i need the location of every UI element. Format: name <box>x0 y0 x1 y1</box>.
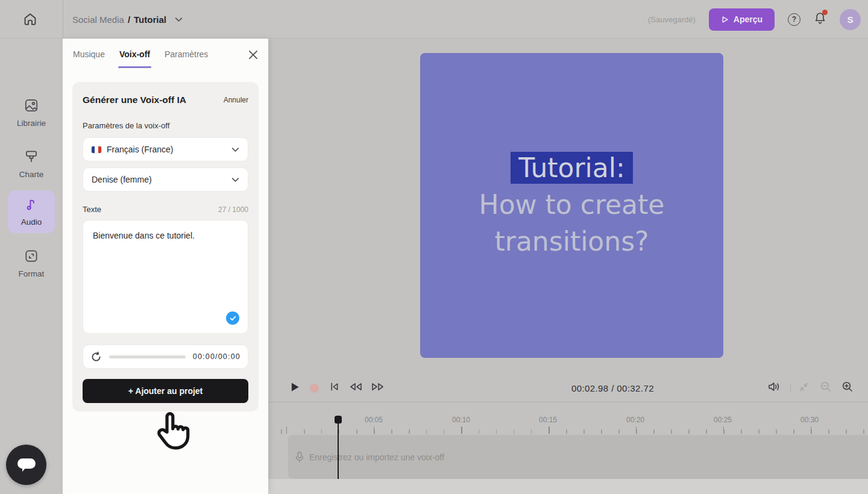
chevron-down-icon <box>231 147 239 152</box>
slide-line2: How to create <box>420 186 723 223</box>
paint-roller-icon <box>24 149 39 167</box>
sidebar-item-format[interactable]: Format <box>0 248 63 278</box>
record-button[interactable] <box>310 374 319 402</box>
breadcrumb-project: Social Media <box>72 14 124 25</box>
ruler-label: 00:20 <box>626 416 644 424</box>
cancel-link[interactable]: Annuler <box>224 96 248 104</box>
close-icon[interactable] <box>247 49 259 61</box>
sidebar: Librairie Charte Audio Format <box>0 39 63 494</box>
fast-forward-icon <box>371 382 385 394</box>
avatar[interactable]: S <box>840 9 861 30</box>
saved-status: (Sauvegardé) <box>648 15 696 24</box>
breadcrumb-separator: / <box>128 14 130 25</box>
chat-bubble-icon <box>16 456 37 474</box>
topbar-actions: (Sauvegardé) Aperçu ? S <box>648 0 861 39</box>
video-canvas-slide[interactable]: Tutorial: How to create transitions? <box>420 53 723 358</box>
notification-badge <box>822 10 828 15</box>
tab-voix-off[interactable]: Voix-off <box>119 49 150 60</box>
topbar-divider <box>63 0 63 39</box>
france-flag-icon <box>92 146 101 153</box>
ruler-label: 00:15 <box>539 416 557 424</box>
ruler-label: 00:25 <box>714 416 732 424</box>
sidebar-item-label: Audio <box>21 217 42 227</box>
slide-text-block[interactable]: Tutorial: How to create transitions? <box>420 149 723 260</box>
rewind-icon <box>348 382 363 394</box>
record-icon <box>310 384 319 393</box>
preview-button-label: Aperçu <box>734 14 763 24</box>
ruler-label: 00:05 <box>365 416 383 424</box>
sidebar-item-label: Librairie <box>17 119 46 128</box>
home-button[interactable] <box>22 11 38 27</box>
playback-controls-bar: 00:02.98 / 00:32.72 <box>268 374 868 402</box>
panel-tabs: Musique Voix-off Paramètres <box>63 39 268 71</box>
zoom-in-icon <box>841 381 854 395</box>
sidebar-item-charte[interactable]: Charte <box>0 149 63 179</box>
sidebar-item-librairie[interactable]: Librairie <box>0 98 63 128</box>
voice-select[interactable]: Denise (femme) <box>83 167 248 192</box>
generator-title: Générer une Voix-off IA <box>83 95 186 105</box>
sidebar-item-label: Format <box>19 269 45 278</box>
top-bar: Social Media / Tutorial (Sauvegardé) Ape… <box>0 0 868 39</box>
music-note-icon <box>24 196 39 214</box>
voiceover-track-placeholder: Enregistrez ou importez une voix-off <box>309 452 444 462</box>
player-time: 00:00/00:00 <box>193 352 241 361</box>
slide-title-highlighted: Tutorial: <box>511 152 633 184</box>
controls-divider <box>790 383 791 393</box>
language-select-value: Français (France) <box>107 145 231 154</box>
play-outline-icon <box>721 16 729 23</box>
voiceover-track[interactable]: Enregistrez ou importez une voix-off <box>288 435 868 479</box>
tab-parametres[interactable]: Paramètres <box>165 49 208 60</box>
collapse-timeline-button[interactable] <box>798 374 810 402</box>
slide-line3: transitions? <box>420 223 723 260</box>
voiceover-text-input[interactable]: Bienvenue dans ce tutoriel. <box>83 220 248 334</box>
help-button[interactable]: ? <box>788 13 800 26</box>
ruler-label: 00:30 <box>800 416 819 424</box>
play-icon <box>291 382 300 395</box>
timeline-ruler[interactable]: 00:05 00:10 00:15 00:20 00:25 00:30 <box>268 402 868 435</box>
volume-button[interactable] <box>767 374 781 402</box>
collapse-icon <box>798 381 810 395</box>
playhead-line <box>338 421 339 479</box>
skip-to-start-icon <box>329 382 339 394</box>
format-frame-icon <box>24 248 39 266</box>
voiceover-panel: Musique Voix-off Paramètres Générer une … <box>63 39 268 494</box>
chevron-down-icon <box>231 177 239 183</box>
player-progress-bar[interactable] <box>109 355 186 358</box>
text-label: Texte <box>83 205 101 214</box>
rewind-button[interactable] <box>348 374 363 402</box>
voiceover-text-value: Bienvenue dans ce tutoriel. <box>93 231 195 240</box>
tab-musique[interactable]: Musique <box>73 49 105 60</box>
zoom-out-icon <box>820 381 832 395</box>
breadcrumb[interactable]: Social Media / Tutorial <box>72 0 183 39</box>
voice-select-value: Denise (femme) <box>92 175 231 184</box>
microphone-icon <box>295 451 304 463</box>
home-icon <box>22 19 38 29</box>
chat-support-button[interactable] <box>6 445 46 485</box>
voiceover-generator-card: Générer une Voix-off IA Annuler Paramètr… <box>72 82 259 411</box>
library-icon <box>24 98 39 116</box>
volume-icon <box>767 381 781 395</box>
skip-to-start-button[interactable] <box>329 374 339 402</box>
timeline-bottom-strip <box>268 479 868 494</box>
voiceover-settings-label: Paramètres de la voix-off <box>83 121 248 130</box>
preview-button[interactable]: Aperçu <box>709 8 775 31</box>
play-button[interactable] <box>291 374 300 402</box>
avatar-initial: S <box>847 14 853 25</box>
replay-icon[interactable] <box>90 351 102 363</box>
breadcrumb-current: Tutorial <box>134 14 166 25</box>
char-counter: 27 / 1000 <box>218 205 248 214</box>
chevron-down-icon[interactable] <box>175 17 183 22</box>
add-to-project-button[interactable]: + Ajouter au projet <box>83 379 248 403</box>
timeline-time-display: 00:02.98 / 00:32.72 <box>571 374 654 402</box>
notifications-button[interactable] <box>814 11 826 27</box>
ruler-label: 00:10 <box>452 416 470 424</box>
zoom-in-button[interactable] <box>841 374 854 402</box>
language-select[interactable]: Français (France) <box>83 137 248 161</box>
fast-forward-button[interactable] <box>371 374 385 402</box>
sidebar-item-label: Charte <box>19 170 44 179</box>
zoom-out-button[interactable] <box>820 374 832 402</box>
validated-check-badge <box>226 311 239 325</box>
help-icon: ? <box>792 15 796 23</box>
ruler-major-ticks <box>268 427 868 434</box>
sidebar-item-audio[interactable]: Audio <box>0 196 63 227</box>
